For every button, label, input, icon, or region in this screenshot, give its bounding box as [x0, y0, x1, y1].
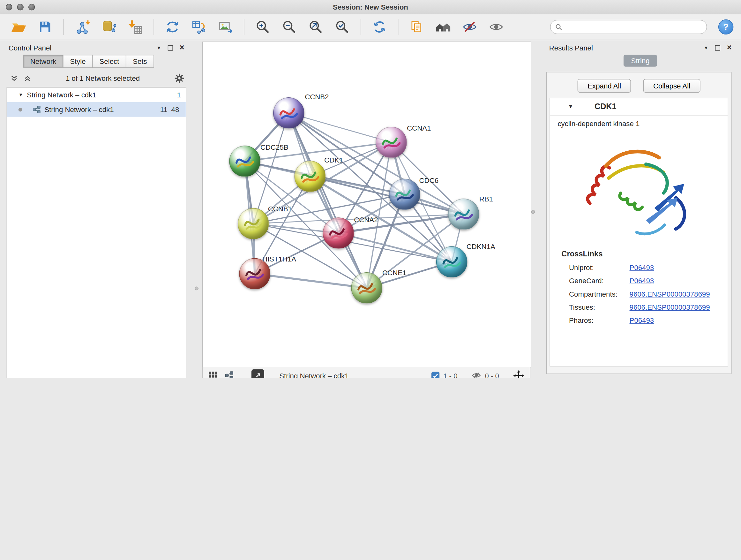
expand-all-button[interactable]: Expand All — [578, 79, 631, 92]
collapse-all-button[interactable]: Collapse All — [643, 79, 700, 92]
toolbar-separator — [398, 19, 398, 35]
new-network-button[interactable] — [161, 17, 183, 37]
network-node-label-cdc6: CDC6 — [419, 176, 439, 184]
import-network-file-icon — [75, 19, 90, 35]
panel-close-icon[interactable]: × — [727, 45, 732, 50]
first-neighbors-button[interactable] — [432, 17, 454, 37]
network-selection-bar: 1 of 1 Network selected — [10, 73, 185, 83]
zoom-out-button[interactable] — [278, 17, 300, 37]
network-node-label-ccnb2: CCNB2 — [305, 92, 329, 101]
crosslink-link[interactable]: P06493 — [630, 276, 654, 285]
birdseye-grid-icon[interactable] — [208, 371, 217, 378]
left-splitter-handle[interactable] — [195, 287, 199, 290]
network-node-cdkn1a[interactable] — [436, 246, 468, 278]
copy-document-button[interactable] — [406, 17, 428, 37]
network-node-label-ccnb1: CCNB1 — [268, 205, 292, 212]
open-session-button[interactable] — [8, 17, 29, 37]
network-node-cdk1[interactable] — [294, 161, 326, 192]
pan-crosshair-icon[interactable] — [513, 370, 524, 378]
import-network-file-button[interactable] — [71, 17, 93, 37]
network-glyph-icon[interactable] — [225, 371, 233, 378]
zoom-fit-button[interactable] — [305, 17, 327, 37]
network-node-ccna2[interactable] — [323, 217, 354, 249]
right-splitter-handle[interactable] — [531, 210, 535, 214]
network-from-table-button[interactable] — [188, 17, 210, 37]
selected-count-badge: 1 - 0 — [443, 371, 457, 378]
application-window: Session: New Session ? Control — [0, 0, 741, 378]
protein-structure-image — [575, 133, 703, 243]
network-node-cdc6[interactable] — [389, 179, 420, 210]
network-status-dot-icon — [18, 108, 22, 111]
protein-ribbon-thumb-icon — [448, 199, 479, 229]
protein-ribbon-thumb-icon — [238, 208, 268, 239]
crosslink-row: Compartments:9606.ENSP00000378699 — [569, 290, 728, 298]
import-table-button[interactable] — [124, 17, 146, 37]
panel-menu-caret-icon[interactable]: ▼ — [704, 45, 709, 50]
apply-layout-button[interactable] — [368, 17, 390, 37]
collapse-all-icon[interactable] — [10, 74, 18, 82]
network-view-canvas[interactable]: CCNB2CCNA1CDC25BCDK1CDC6RB1CCNB1CCNA2CDK… — [202, 42, 531, 367]
panel-float-icon[interactable] — [168, 45, 173, 50]
hidden-eye-slash-icon[interactable] — [472, 371, 481, 378]
zoom-out-icon — [282, 19, 297, 35]
hide-selected-button[interactable] — [459, 17, 481, 37]
toolbar-separator — [63, 19, 64, 35]
import-network-database-button[interactable] — [98, 17, 120, 37]
open-in-new-window-button[interactable] — [252, 369, 264, 378]
network-node-rb1[interactable] — [448, 199, 479, 230]
search-input[interactable] — [565, 23, 702, 31]
protein-ribbon-thumb-icon — [230, 146, 260, 177]
toolbar-separator — [153, 19, 154, 35]
toolbar-separator — [360, 19, 361, 35]
save-session-button[interactable] — [34, 17, 56, 37]
network-node-ccnb1[interactable] — [238, 208, 269, 240]
crosslink-link[interactable]: 9606.ENSP00000378699 — [630, 290, 710, 298]
panel-menu-caret-icon[interactable]: ▼ — [156, 45, 161, 50]
tab-style[interactable]: Style — [63, 55, 93, 68]
network-node-ccna1[interactable] — [376, 127, 407, 158]
show-all-button[interactable] — [485, 17, 507, 37]
network-node-label-ccna1: CCNA1 — [407, 124, 431, 132]
network-collection-label: String Network – cdk1 — [27, 91, 96, 99]
results-panel: Results Panel ▼ × String Expand All Coll… — [544, 42, 736, 378]
protein-card-header[interactable]: ▼ CDK1 — [550, 98, 728, 116]
panel-close-icon[interactable]: × — [180, 45, 185, 50]
network-options-gear-icon[interactable] — [174, 73, 184, 83]
zoom-in-button[interactable] — [252, 17, 273, 37]
zoom-selected-button[interactable] — [331, 17, 353, 37]
crosslink-link[interactable]: P06493 — [630, 263, 654, 271]
window-controls — [6, 4, 35, 10]
window-title: Session: New Session — [0, 0, 741, 14]
network-node-ccne1[interactable] — [351, 272, 382, 304]
collapse-caret-icon[interactable]: ▼ — [568, 104, 573, 109]
close-window-button[interactable] — [6, 4, 12, 10]
network-node-ccnb2[interactable] — [273, 98, 305, 129]
control-panel-title: Control Panel — [9, 44, 52, 52]
network-collection-row[interactable]: ▼ String Network – cdk1 1 — [7, 87, 186, 102]
network-node-cdc25b[interactable] — [229, 145, 260, 177]
protein-ribbon-thumb-icon — [323, 218, 354, 248]
maximize-window-button[interactable] — [28, 4, 35, 10]
tab-select[interactable]: Select — [92, 55, 126, 68]
crosslink-link[interactable]: 9606.ENSP00000378699 — [630, 303, 710, 311]
expand-all-icon[interactable] — [23, 74, 31, 82]
tab-sets[interactable]: Sets — [126, 55, 154, 68]
control-panel-tabs: Network Style Select Sets — [23, 55, 189, 68]
tree-expand-caret-icon[interactable]: ▼ — [18, 92, 23, 98]
panel-float-icon[interactable] — [715, 45, 720, 50]
protein-ribbon-thumb-icon — [436, 247, 467, 277]
network-row[interactable]: String Network – cdk1 11 48 — [7, 102, 186, 117]
protein-name: CDK1 — [595, 102, 616, 112]
export-image-button[interactable] — [214, 17, 236, 37]
import-database-icon — [101, 19, 116, 35]
crosslink-link[interactable]: P06493 — [630, 316, 654, 324]
control-panel-header: Control Panel ▼ × — [4, 42, 189, 54]
minimize-window-button[interactable] — [17, 4, 23, 10]
tab-network[interactable]: Network — [23, 55, 64, 68]
tab-string[interactable]: String — [623, 55, 657, 67]
search-box[interactable] — [550, 20, 707, 34]
selected-checkbox-icon[interactable] — [431, 371, 440, 378]
zoom-selected-icon — [334, 19, 349, 35]
node-count: 11 — [160, 105, 167, 113]
help-button[interactable]: ? — [718, 19, 733, 35]
